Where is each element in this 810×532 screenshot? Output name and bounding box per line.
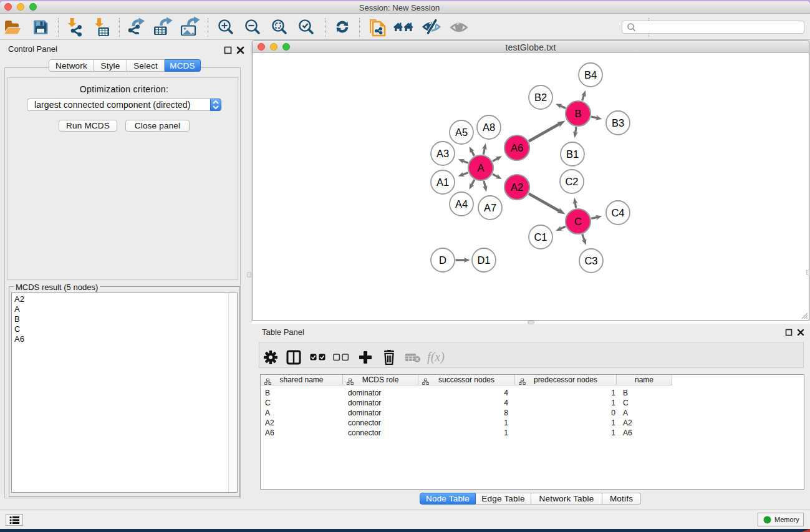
svg-text:D: D — [439, 254, 446, 266]
svg-text:A8: A8 — [483, 122, 495, 133]
svg-text:B3: B3 — [612, 117, 624, 128]
svg-text:A: A — [477, 162, 484, 173]
svg-text:B4: B4 — [584, 69, 597, 80]
svg-text:D1: D1 — [477, 254, 490, 266]
svg-text:A7: A7 — [484, 202, 496, 213]
svg-text:A4: A4 — [455, 198, 468, 210]
svg-text:C3: C3 — [584, 255, 597, 266]
svg-text:C4: C4 — [611, 207, 624, 218]
svg-text:C: C — [574, 216, 582, 227]
svg-text:B: B — [574, 108, 581, 119]
svg-text:B2: B2 — [534, 92, 547, 103]
svg-text:A6: A6 — [511, 142, 523, 153]
svg-text:A5: A5 — [455, 127, 468, 138]
svg-text:A1: A1 — [436, 177, 449, 188]
svg-text:A3: A3 — [436, 148, 449, 159]
svg-text:C1: C1 — [534, 231, 547, 243]
svg-text:C2: C2 — [565, 176, 578, 187]
svg-text:A2: A2 — [511, 181, 523, 193]
svg-text:f(x): f(x) — [427, 350, 445, 364]
svg-text:B1: B1 — [566, 148, 579, 160]
